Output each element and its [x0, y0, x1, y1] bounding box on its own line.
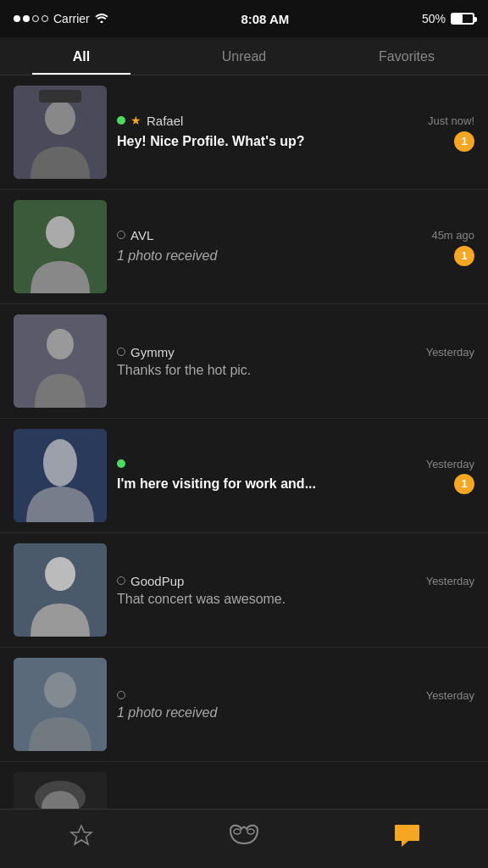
offline-indicator — [117, 348, 125, 356]
timestamp: Yesterday — [426, 458, 474, 470]
timestamp: Yesterday — [426, 689, 474, 702]
avatar — [14, 200, 107, 293]
offline-indicator — [117, 691, 125, 699]
message-header: Yesterday — [117, 458, 474, 470]
avatar — [14, 429, 107, 522]
timestamp: 45m ago — [431, 229, 474, 242]
message-header: ★ Rafael Just now! — [117, 114, 474, 128]
star-nav-icon — [69, 824, 94, 854]
offline-indicator — [117, 231, 125, 239]
svg-point-18 — [247, 829, 254, 834]
message-content: Gymmy Yesterday Thanks for the hot pic. — [117, 314, 474, 408]
star-icon: ★ — [130, 114, 141, 127]
message-row: 1 photo received — [117, 705, 474, 721]
sender-info: GoodPup — [117, 574, 426, 588]
list-item[interactable]: Gymmy Yesterday Thanks for the hot pic. — [0, 304, 488, 419]
signal-dot-1 — [14, 15, 20, 22]
list-item[interactable]: AVL 45m ago 1 photo received 1 — [0, 190, 488, 304]
svg-rect-2 — [39, 90, 81, 103]
online-indicator — [117, 459, 125, 468]
list-item[interactable]: Yesterday I'm here visiting for work and… — [0, 419, 488, 533]
svg-point-17 — [234, 829, 241, 834]
message-row: I'm here visiting for work and... 1 — [117, 474, 474, 494]
nav-messages[interactable] — [325, 810, 488, 868]
avatar — [14, 86, 107, 179]
offline-indicator — [117, 576, 125, 585]
message-row: That concert was awesome. — [117, 592, 474, 607]
timestamp: Just now! — [428, 114, 474, 127]
message-content: Yesterday I'm here visiting for work and… — [117, 429, 474, 522]
sender-info: AVL — [117, 228, 431, 242]
tab-favorites[interactable]: Favorites — [325, 37, 488, 75]
list-item[interactable]: GoodPup Yesterday That concert was aweso… — [0, 533, 488, 648]
signal-dot-4 — [42, 15, 48, 22]
signal-dots — [14, 15, 48, 22]
carrier-label: Carrier — [53, 12, 90, 25]
message-preview: Hey! Nice Profile. What's up? — [117, 134, 447, 149]
unread-badge: 1 — [454, 131, 474, 152]
svg-point-1 — [45, 101, 75, 135]
svg-point-4 — [46, 216, 75, 248]
avatar — [14, 314, 107, 408]
svg-point-12 — [44, 672, 76, 708]
signal-dot-3 — [32, 15, 39, 22]
battery-percent: 50% — [422, 12, 446, 25]
chat-nav-icon — [393, 823, 420, 854]
message-list: ★ Rafael Just now! Hey! Nice Profile. Wh… — [0, 75, 488, 868]
message-content: Yesterday 1 photo received — [117, 658, 474, 751]
message-preview: 1 photo received — [117, 248, 447, 264]
mask-nav-icon — [229, 823, 259, 854]
bottom-nav — [0, 809, 488, 868]
battery-icon — [451, 13, 474, 25]
sender-name: AVL — [130, 228, 153, 242]
wifi-icon — [95, 12, 108, 25]
unread-badge: 1 — [454, 474, 474, 494]
online-indicator — [117, 116, 125, 125]
timestamp: Yesterday — [426, 346, 474, 359]
message-header: Gymmy Yesterday — [117, 345, 474, 359]
message-row: Thanks for the hot pic. — [117, 363, 474, 378]
status-bar: Carrier 8:08 AM 50% — [0, 0, 488, 37]
list-item[interactable]: Yesterday 1 photo received — [0, 648, 488, 762]
battery-info: 50% — [422, 12, 474, 25]
message-preview: Thanks for the hot pic. — [117, 363, 474, 378]
tab-unread[interactable]: Unread — [163, 37, 325, 75]
carrier-info: Carrier — [14, 12, 108, 25]
sender-info — [117, 691, 426, 699]
sender-info — [117, 459, 426, 468]
sender-info: Gymmy — [117, 345, 426, 359]
tab-all[interactable]: All — [0, 37, 163, 75]
svg-point-10 — [45, 557, 75, 591]
avatar — [14, 658, 107, 751]
list-item[interactable]: ★ Rafael Just now! Hey! Nice Profile. Wh… — [0, 75, 488, 190]
sender-info: ★ Rafael — [117, 114, 428, 128]
clock: 8:08 AM — [241, 12, 289, 26]
tab-bar: All Unread Favorites — [0, 37, 488, 75]
message-header: AVL 45m ago — [117, 228, 474, 242]
svg-point-8 — [43, 439, 77, 487]
nav-favorites[interactable] — [0, 810, 163, 868]
message-preview: That concert was awesome. — [117, 592, 474, 607]
message-preview: I'm here visiting for work and... — [117, 476, 447, 492]
message-content: ★ Rafael Just now! Hey! Nice Profile. Wh… — [117, 86, 474, 179]
unread-badge: 1 — [454, 246, 474, 266]
message-row: Hey! Nice Profile. What's up? 1 — [117, 131, 474, 152]
message-preview: 1 photo received — [117, 705, 474, 721]
message-content: AVL 45m ago 1 photo received 1 — [117, 200, 474, 293]
avatar — [14, 543, 107, 637]
sender-name: Rafael — [147, 114, 183, 128]
message-header: Yesterday — [117, 689, 474, 702]
timestamp: Yesterday — [426, 575, 474, 587]
sender-name: Gymmy — [130, 345, 175, 359]
battery-fill — [452, 14, 463, 23]
message-row: 1 photo received 1 — [117, 246, 474, 266]
svg-point-6 — [47, 329, 74, 359]
signal-dot-2 — [23, 15, 30, 22]
message-content: GoodPup Yesterday That concert was aweso… — [117, 543, 474, 637]
sender-name: GoodPup — [130, 574, 184, 588]
message-header: GoodPup Yesterday — [117, 574, 474, 588]
nav-browse[interactable] — [163, 810, 325, 868]
